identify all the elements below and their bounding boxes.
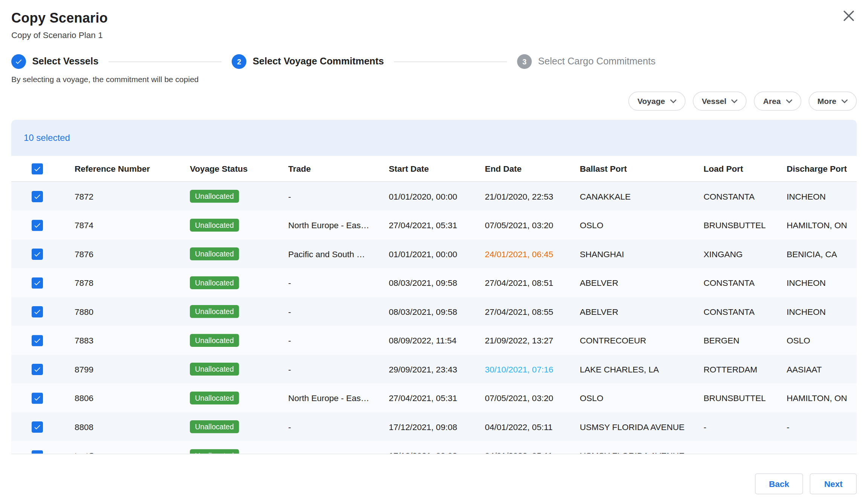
selection-banner: 10 selected (11, 120, 857, 156)
voyage-filter-label: Voyage (637, 97, 665, 106)
trade-cell: Pacific and South … (288, 249, 389, 259)
voyage-status-badge: Unallocated (190, 247, 239, 261)
row-checkbox[interactable] (32, 421, 43, 432)
trade-cell: - (288, 192, 389, 201)
trade-cell: North Europe - Eas… (288, 220, 389, 230)
table-row: 7880Unallocated-08/03/2021, 09:5827/04/2… (11, 297, 857, 326)
column-header-trade: Trade (288, 164, 389, 174)
table-row: 8808Unallocated-17/12/2021, 09:0804/01/2… (11, 412, 857, 441)
discharge-port-cell: HAMILTON, ON (787, 220, 857, 230)
row-checkbox[interactable] (32, 450, 43, 454)
start-date-cell: 01/01/2020, 00:00 (389, 192, 485, 201)
load-port-cell: CONSTANTA (704, 307, 787, 317)
row-checkbox[interactable] (32, 363, 43, 375)
step-label: Select Vessels (32, 56, 99, 67)
voyage-status-badge: Unallocated (190, 363, 239, 376)
voyage-commitments-table: 10 selected Reference Number Voyage Stat… (11, 120, 857, 454)
voyage-filter-dropdown[interactable]: Voyage (628, 92, 685, 111)
table-row: 7874UnallocatedNorth Europe - Eas…27/04/… (11, 211, 857, 240)
dialog-header: Copy Scenario Copy of Scenario Plan 1 (0, 0, 868, 40)
ballast-port-cell: USMSY FLORIDA AVENUE (580, 422, 704, 432)
ballast-port-cell: LAKE CHARLES, LA (580, 365, 704, 374)
load-port-cell: BERGEN (704, 336, 787, 345)
step-connector (108, 61, 222, 62)
start-date-cell: 29/09/2021, 23:43 (389, 365, 485, 374)
dialog-subtitle: Copy of Scenario Plan 1 (11, 30, 857, 40)
end-date-cell: 24/01/2021, 06:45 (485, 249, 580, 259)
end-date-cell: 21/09/2022, 13:27 (485, 336, 580, 345)
start-date-cell: 08/03/2021, 09:58 (389, 307, 485, 317)
discharge-port-cell: - (787, 451, 857, 454)
end-date-cell: 30/10/2021, 07:16 (485, 365, 580, 374)
column-header-end-date: End Date (485, 164, 580, 174)
area-filter-dropdown[interactable]: Area (754, 92, 801, 111)
row-checkbox[interactable] (32, 335, 43, 346)
page-title: Copy Scenario (11, 10, 857, 26)
row-checkbox[interactable] (32, 220, 43, 231)
start-date-cell: 01/01/2021, 00:00 (389, 249, 485, 259)
more-filter-dropdown[interactable]: More (808, 92, 857, 111)
step-select-vessels[interactable]: Select Vessels (11, 54, 98, 69)
voyage-status-badge: Unallocated (190, 392, 239, 405)
end-date-cell: 07/05/2021, 03:20 (485, 393, 580, 403)
step-select-voyage-commitments[interactable]: 2 Select Voyage Commitments (232, 54, 384, 69)
trade-cell: - (288, 451, 389, 454)
load-port-cell: - (704, 422, 787, 432)
voyage-status-badge: Unallocated (190, 276, 239, 290)
table-row: 7872Unallocated-01/01/2020, 00:0021/01/2… (11, 182, 857, 211)
ballast-port-cell: ABELVER (580, 278, 704, 288)
row-checkbox[interactable] (32, 277, 43, 288)
end-date-cell: 27/04/2021, 08:55 (485, 307, 580, 317)
chevron-down-icon (842, 99, 848, 103)
step-label: Select Cargo Commitments (538, 56, 656, 67)
end-date-cell: 27/04/2021, 08:51 (485, 278, 580, 288)
ballast-port-cell: ABELVER (580, 307, 704, 317)
table-body: 7872Unallocated-01/01/2020, 00:0021/01/2… (11, 182, 857, 454)
step-number-indicator: 2 (232, 54, 246, 69)
step-connector (394, 61, 507, 62)
row-checkbox[interactable] (32, 248, 43, 259)
helper-text: By selecting a voyage, the commitment wi… (11, 75, 857, 84)
table-header-row: Reference Number Voyage Status Trade Sta… (11, 156, 857, 182)
reference-number-cell: 8799 (75, 365, 190, 374)
ballast-port-cell: CANAKKALE (580, 192, 704, 201)
load-port-cell: CONSTANTA (704, 278, 787, 288)
vessel-filter-dropdown[interactable]: Vessel (693, 92, 747, 111)
chevron-down-icon (670, 99, 677, 103)
chevron-down-icon (786, 99, 792, 103)
load-port-cell: BRUNSBUTTEL (704, 393, 787, 403)
row-checkbox[interactable] (32, 191, 43, 202)
copy-scenario-dialog: Copy Scenario Copy of Scenario Plan 1 Se… (0, 0, 868, 502)
load-port-cell: BRUNSBUTTEL (704, 220, 787, 230)
selected-count: 10 selected (24, 133, 70, 143)
select-all-checkbox[interactable] (32, 163, 43, 174)
ballast-port-cell: SHANGHAI (580, 249, 704, 259)
table-row: 8799Unallocated-29/09/2021, 23:4330/10/2… (11, 355, 857, 384)
close-button[interactable] (841, 9, 857, 25)
row-checkbox[interactable] (32, 306, 43, 317)
reference-number-cell: 7880 (75, 307, 190, 317)
column-header-load-port: Load Port (704, 164, 787, 174)
discharge-port-cell: AASIAAT (787, 365, 857, 374)
load-port-cell: CONSTANTA (704, 192, 787, 201)
start-date-cell: 17/12/2021, 09:08 (389, 451, 485, 454)
step-label: Select Voyage Commitments (253, 56, 384, 67)
chevron-down-icon (732, 99, 738, 103)
dialog-footer: Back Next (755, 473, 857, 494)
trade-cell: - (288, 278, 389, 288)
column-header-reference-number: Reference Number (75, 164, 190, 174)
row-checkbox[interactable] (32, 392, 43, 404)
step-select-cargo-commitments[interactable]: 3 Select Cargo Commitments (517, 54, 656, 69)
column-header-start-date: Start Date (389, 164, 485, 174)
step-number-indicator: 3 (517, 54, 532, 69)
discharge-port-cell: INCHEON (787, 307, 857, 317)
next-button[interactable]: Next (810, 473, 857, 494)
ballast-port-cell: OSLO (580, 220, 704, 230)
discharge-port-cell: HAMILTON, ON (787, 393, 857, 403)
back-button[interactable]: Back (755, 473, 803, 494)
area-filter-label: Area (763, 97, 781, 106)
end-date-cell: 04/01/2022, 05:11 (485, 451, 580, 454)
trade-cell: - (288, 365, 389, 374)
table-row: testCoooUnallocated-17/12/2021, 09:0804/… (11, 441, 857, 455)
reference-number-cell: 7878 (75, 278, 190, 288)
